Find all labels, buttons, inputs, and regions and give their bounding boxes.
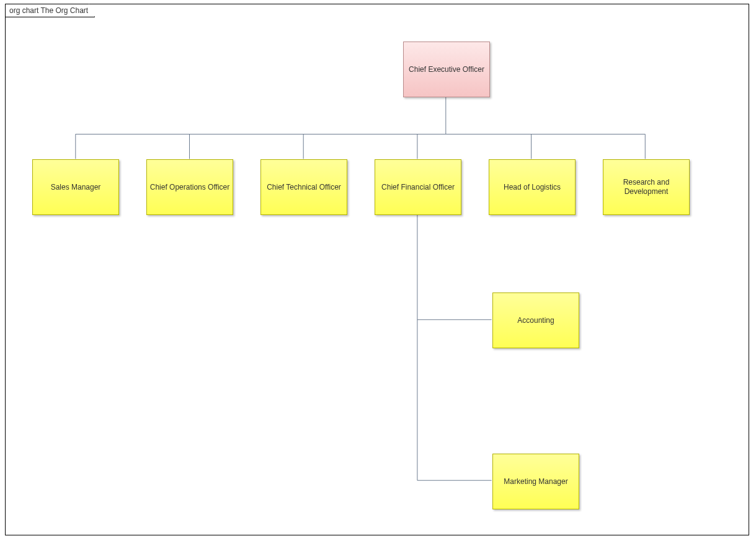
node-chief-technical-officer[interactable]: Chief Technical Officer xyxy=(260,159,347,215)
node-label: Marketing Manager xyxy=(504,477,567,486)
node-chief-operations-officer[interactable]: Chief Operations Officer xyxy=(146,159,233,215)
node-label: Chief Executive Officer xyxy=(409,65,484,74)
node-marketing-manager[interactable]: Marketing Manager xyxy=(492,454,579,509)
connectors xyxy=(6,4,749,535)
node-sales-manager[interactable]: Sales Manager xyxy=(32,159,119,215)
node-ceo[interactable]: Chief Executive Officer xyxy=(403,42,490,97)
node-accounting[interactable]: Accounting xyxy=(492,292,579,348)
node-chief-financial-officer[interactable]: Chief Financial Officer xyxy=(375,159,461,215)
node-label: Accounting xyxy=(517,316,554,325)
node-label: Chief Financial Officer xyxy=(381,183,455,192)
diagram-frame: org chart The Org Chart xyxy=(5,4,749,535)
node-head-of-logistics[interactable]: Head of Logistics xyxy=(489,159,576,215)
node-label: Research and Development xyxy=(606,178,687,196)
node-label: Sales Manager xyxy=(51,183,101,192)
node-label: Chief Technical Officer xyxy=(267,183,341,192)
node-research-and-development[interactable]: Research and Development xyxy=(603,159,690,215)
node-label: Chief Operations Officer xyxy=(150,183,230,192)
diagram-canvas: org chart The Org Chart xyxy=(0,0,756,541)
node-label: Head of Logistics xyxy=(504,183,561,192)
frame-title: org chart The Org Chart xyxy=(5,4,95,17)
